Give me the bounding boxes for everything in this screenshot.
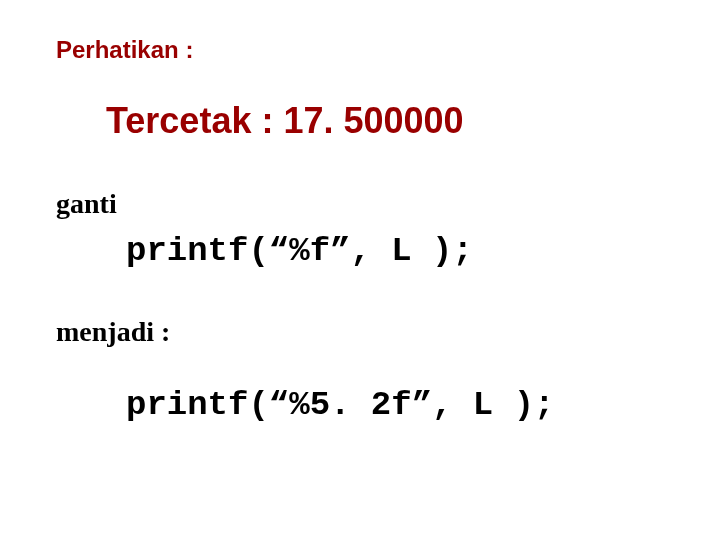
heading-tercetak: Tercetak : 17. 500000 — [106, 100, 464, 142]
heading-perhatikan: Perhatikan : — [56, 36, 193, 64]
code-printf-after: printf(“%5. 2f”, L ); — [126, 386, 554, 424]
code-printf-before: printf(“%f”, L ); — [126, 232, 473, 270]
label-menjadi: menjadi : — [56, 316, 170, 348]
label-ganti: ganti — [56, 188, 117, 220]
